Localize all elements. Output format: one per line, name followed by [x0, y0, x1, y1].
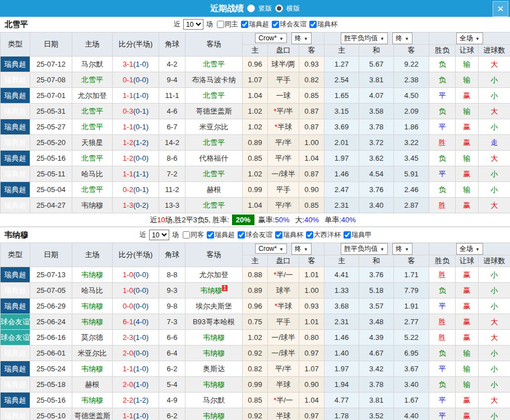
- cell-result-handicap: 输: [456, 377, 479, 393]
- league-filter[interactable]: 大西洋杯: [303, 230, 341, 240]
- league-filter[interactable]: 球会友谊: [269, 20, 307, 29]
- cell-score: 3-1(1-0): [113, 57, 159, 72]
- cell-eu-away: 2.09: [394, 104, 429, 119]
- final-wdl-dropdown[interactable]: 终▼: [392, 243, 412, 255]
- summary-item-value: 40%: [304, 216, 319, 224]
- cell-eu-home: 2.54: [324, 72, 359, 88]
- league-filter-checkbox[interactable]: [272, 21, 279, 28]
- league-filter[interactable]: 瑞典甲: [341, 230, 372, 240]
- near-label: 近: [174, 20, 180, 29]
- cell-result-goals: 小: [479, 283, 510, 298]
- cell-corners: 5-4: [159, 377, 186, 393]
- league-filter-label: 瑞典甲: [351, 230, 372, 240]
- cell-date: 25-06-24: [30, 314, 72, 330]
- league-filter-checkbox[interactable]: [306, 231, 313, 239]
- cell-league-type: 瑞典超: [1, 57, 30, 72]
- league-filter-checkbox[interactable]: [275, 231, 282, 239]
- match-row: 球会友谊25-06-24韦纳穆6-1(4-0)7-3B93哥本哈根0.75平手1…: [1, 314, 510, 330]
- league-filter[interactable]: 球会友谊: [235, 230, 272, 240]
- league-filter-checkbox[interactable]: [238, 231, 245, 239]
- same-side-filter[interactable]: 同客: [180, 230, 204, 240]
- cell-result-goals: 大: [479, 104, 510, 119]
- focus-team-name: 韦纳穆: [81, 270, 103, 279]
- cell-date: 25-05-10: [30, 408, 72, 420]
- league-filter-label: 瑞典超: [249, 20, 269, 29]
- same-side-checkbox[interactable]: [183, 231, 190, 239]
- team-name-text: 韦纳穆: [81, 201, 103, 209]
- fulltime-score: 0-3: [123, 107, 133, 115]
- full-match-dropdown[interactable]: 全场▼: [456, 32, 483, 44]
- odds-company-dropdown[interactable]: Crow*▼: [255, 244, 287, 254]
- cell-home-team: 韦纳穆: [72, 393, 113, 408]
- cell-eu-draw: 3.42: [359, 361, 394, 377]
- league-filter[interactable]: 瑞典杯: [307, 20, 337, 29]
- cell-home-team: 韦纳穆: [72, 298, 113, 314]
- cell-score: 1-0(0-0): [113, 283, 159, 298]
- window-title: 近期战绩: [210, 3, 244, 14]
- final-wdl-dropdown[interactable]: 终▼: [392, 32, 412, 44]
- cell-corners: 13-3: [159, 198, 186, 213]
- layout-radio-vertical-label[interactable]: 竖版: [258, 4, 272, 13]
- cell-ah-handicap: 平/半: [268, 198, 299, 213]
- cell-result-handicap: 赢: [456, 166, 479, 182]
- cell-ah-handicap: 平/半: [268, 361, 299, 377]
- odds-company-dropdown[interactable]: Crow*▼: [255, 33, 287, 43]
- league-filter[interactable]: 瑞典杯: [272, 230, 303, 240]
- cell-home-team: 尤尔加登: [72, 88, 113, 104]
- full-match-dropdown[interactable]: 全场▼: [456, 243, 483, 255]
- same-side-filter[interactable]: 同主: [214, 20, 238, 29]
- league-filter-checkbox[interactable]: [344, 231, 351, 239]
- cell-eu-draw: 4.67: [359, 346, 394, 361]
- match-row: 瑞典超25-07-12马尔默3-1(1-0)4-2北雪平0.96球半/两0.93…: [1, 57, 510, 72]
- league-filter[interactable]: 瑞典超: [238, 20, 269, 29]
- halftime-score: (1-0): [133, 91, 149, 100]
- match-row: 瑞典超25-06-01米亚尔比2-0(0-0)6-4韦纳穆0.92一/球半0.9…: [1, 346, 510, 361]
- close-button[interactable]: ✕: [493, 1, 508, 17]
- cell-result-handicap: 赢: [456, 198, 479, 213]
- fulltime-score: 2-0: [123, 380, 133, 389]
- odds-company-group: Crow*▼终▼: [243, 32, 324, 45]
- league-filter-checkbox[interactable]: [207, 231, 214, 239]
- layout-radio-horizontal-label[interactable]: 横版: [286, 4, 300, 13]
- final-odds-dropdown[interactable]: 终▼: [291, 32, 312, 44]
- rounds-select[interactable]: 10: [183, 19, 203, 30]
- same-side-checkbox[interactable]: [217, 21, 224, 28]
- fulltime-score: 1-1: [123, 170, 133, 178]
- cell-home-team: 哈马比: [72, 166, 113, 182]
- focus-team-name: 韦纳穆: [81, 302, 103, 310]
- cell-result-wdl: 负: [429, 377, 456, 393]
- layout-radio-horizontal[interactable]: [275, 4, 283, 12]
- league-filter-checkbox[interactable]: [241, 21, 248, 28]
- cell-result-wdl: 负: [429, 72, 456, 88]
- match-row: 瑞典超25-05-20天狼星1-2(1-2)14-2北雪平0.89平/半1.00…: [1, 135, 510, 151]
- focus-team-name: 韦纳穆: [203, 349, 225, 357]
- col-header: 客场: [186, 243, 243, 267]
- cell-league-type: 瑞典超: [1, 267, 30, 283]
- cell-ah-handicap: 球半/两: [268, 57, 299, 72]
- rounds-select[interactable]: 10: [149, 230, 169, 240]
- cell-ah-away-odds: 0.82: [299, 72, 324, 88]
- league-filter[interactable]: 瑞典超: [204, 230, 235, 240]
- league-filter-checkbox[interactable]: [309, 21, 317, 28]
- col-header: 主场: [72, 32, 113, 57]
- cell-eu-away: 3.67: [394, 361, 429, 377]
- cell-away-team: 哥德堡盖斯: [186, 104, 243, 119]
- wdl-avg-dropdown[interactable]: 胜平负均值▼: [341, 243, 388, 255]
- layout-radio-vertical[interactable]: [247, 4, 255, 12]
- cell-league-type: 瑞典超: [1, 182, 30, 198]
- chevron-down-icon: ▼: [380, 36, 384, 41]
- match-row: 瑞典超25-05-18赫根2-0(1-0)5-4韦纳穆0.99半球0.901.9…: [1, 377, 510, 393]
- cell-score: 1-1(0-1): [113, 119, 159, 135]
- cell-result-goals: 小: [479, 119, 510, 135]
- cell-result-goals: 小: [479, 408, 510, 420]
- team-name-text: 埃尔夫斯堡: [196, 302, 232, 310]
- cell-corners: 6-2: [159, 361, 186, 377]
- wdl-avg-dropdown[interactable]: 胜平负均值▼: [341, 32, 388, 44]
- cell-corners: 7-3: [159, 314, 186, 330]
- cell-eu-home: 1.78: [324, 408, 359, 420]
- cell-ah-handicap: *半/一: [268, 393, 299, 408]
- final-odds-dropdown[interactable]: 终▼: [291, 243, 312, 255]
- match-row: 瑞典超25-05-31北雪平0-3(0-1)4-6哥德堡盖斯1.02*平/半0.…: [1, 104, 510, 119]
- focus-team-name: 韦纳穆: [203, 333, 225, 342]
- cell-ah-home-odds: 1.07: [243, 72, 268, 88]
